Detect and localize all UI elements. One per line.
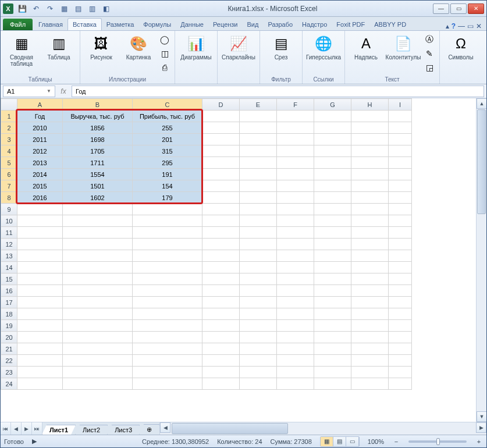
column-header-H[interactable]: H xyxy=(351,99,389,111)
shapes-button[interactable]: ◯ xyxy=(158,33,171,46)
cell-C5[interactable]: 295 xyxy=(133,157,202,169)
cell-E9[interactable] xyxy=(240,204,277,215)
cell-A24[interactable] xyxy=(17,378,63,390)
cell-C13[interactable] xyxy=(133,250,202,262)
cell-H9[interactable] xyxy=(351,204,389,215)
cell-B18[interactable] xyxy=(63,308,133,320)
cell-E21[interactable] xyxy=(240,343,277,355)
cell-E10[interactable] xyxy=(240,215,277,227)
cell-B10[interactable] xyxy=(63,215,133,227)
row-header-11[interactable]: 11 xyxy=(1,227,17,239)
cell-B3[interactable]: 1698 xyxy=(63,134,133,145)
cell-A17[interactable] xyxy=(17,297,63,308)
slicer-button[interactable]: ▤ Срез xyxy=(264,33,298,62)
cell-B20[interactable] xyxy=(63,332,133,343)
cell-E17[interactable] xyxy=(240,297,277,308)
cell-C10[interactable] xyxy=(133,215,202,227)
view-normal-button[interactable]: ▦ xyxy=(321,437,333,446)
cell-I4[interactable] xyxy=(389,145,412,157)
scroll-left-button[interactable]: ◀ xyxy=(160,422,170,433)
cell-E3[interactable] xyxy=(240,134,277,145)
cell-D18[interactable] xyxy=(202,308,240,320)
cell-B11[interactable] xyxy=(63,227,133,239)
help-icon[interactable]: ? xyxy=(452,22,456,30)
row-header-15[interactable]: 15 xyxy=(1,273,17,285)
cell-C20[interactable] xyxy=(133,332,202,343)
cell-F21[interactable] xyxy=(277,343,314,355)
cell-A11[interactable] xyxy=(17,227,63,239)
cell-H4[interactable] xyxy=(351,145,389,157)
row-header-13[interactable]: 13 xyxy=(1,250,17,262)
cell-A15[interactable] xyxy=(17,273,63,285)
cell-H23[interactable] xyxy=(351,367,389,378)
cell-F17[interactable] xyxy=(277,297,314,308)
row-header-5[interactable]: 5 xyxy=(1,157,17,169)
row-header-10[interactable]: 10 xyxy=(1,215,17,227)
cell-A2[interactable]: 2010 xyxy=(17,122,63,134)
cell-B19[interactable] xyxy=(63,320,133,332)
ribbon-tab-вставка[interactable]: Вставка xyxy=(67,18,102,30)
cell-I21[interactable] xyxy=(389,343,412,355)
cell-I16[interactable] xyxy=(389,285,412,297)
save-button[interactable]: 💾 xyxy=(16,3,29,15)
cell-E5[interactable] xyxy=(240,157,277,169)
sheet-tab-Лист3[interactable]: Лист3 xyxy=(107,425,140,435)
cell-D24[interactable] xyxy=(202,378,240,390)
redo-button[interactable]: ↷ xyxy=(44,3,56,15)
cell-A20[interactable] xyxy=(17,332,63,343)
cell-H1[interactable] xyxy=(351,111,389,122)
cell-F11[interactable] xyxy=(277,227,314,239)
cell-B14[interactable] xyxy=(63,262,133,273)
cell-D19[interactable] xyxy=(202,320,240,332)
object-button[interactable]: ◲ xyxy=(423,61,436,74)
cell-H21[interactable] xyxy=(351,343,389,355)
cell-D4[interactable] xyxy=(202,145,240,157)
cell-F20[interactable] xyxy=(277,332,314,343)
cell-E13[interactable] xyxy=(240,250,277,262)
spreadsheet-grid[interactable]: ABCDEFGHI1ГодВыручка, тыс. рубПрибыль, т… xyxy=(1,98,412,390)
zoom-in-button[interactable]: + xyxy=(475,438,483,445)
zoom-out-button[interactable]: − xyxy=(392,438,400,445)
cell-I11[interactable] xyxy=(389,227,412,239)
file-tab[interactable]: Файл xyxy=(3,19,33,30)
cell-I17[interactable] xyxy=(389,297,412,308)
cell-D17[interactable] xyxy=(202,297,240,308)
cell-C9[interactable] xyxy=(133,204,202,215)
cell-C15[interactable] xyxy=(133,273,202,285)
cell-G23[interactable] xyxy=(314,367,351,378)
scroll-up-button[interactable]: ▲ xyxy=(477,98,486,109)
cell-A23[interactable] xyxy=(17,367,63,378)
sheet-nav-prev[interactable]: ◀ xyxy=(11,422,22,435)
cell-G4[interactable] xyxy=(314,145,351,157)
cell-B6[interactable]: 1554 xyxy=(63,169,133,180)
view-page-break-button[interactable]: ▭ xyxy=(346,437,359,446)
qat-btn-1[interactable]: ▦ xyxy=(58,3,70,15)
cell-D16[interactable] xyxy=(202,285,240,297)
cell-D7[interactable] xyxy=(202,180,240,192)
cell-D20[interactable] xyxy=(202,332,240,343)
row-header-23[interactable]: 23 xyxy=(1,367,17,378)
cell-F14[interactable] xyxy=(277,262,314,273)
cell-E4[interactable] xyxy=(240,145,277,157)
row-header-4[interactable]: 4 xyxy=(1,145,17,157)
cell-G9[interactable] xyxy=(314,204,351,215)
cell-I14[interactable] xyxy=(389,262,412,273)
cell-G18[interactable] xyxy=(314,308,351,320)
cell-H12[interactable] xyxy=(351,239,389,250)
ribbon-tab-рецензи[interactable]: Рецензи xyxy=(208,19,243,30)
cell-I3[interactable] xyxy=(389,134,412,145)
ribbon-tab-разрабо[interactable]: Разрабо xyxy=(263,19,297,30)
cell-A3[interactable]: 2011 xyxy=(17,134,63,145)
cell-D22[interactable] xyxy=(202,355,240,367)
row-header-16[interactable]: 16 xyxy=(1,285,17,297)
cell-G5[interactable] xyxy=(314,157,351,169)
cell-H3[interactable] xyxy=(351,134,389,145)
horizontal-scrollbar[interactable]: ◀ ▶ xyxy=(159,422,486,435)
cell-D13[interactable] xyxy=(202,250,240,262)
ribbon-tab-вид[interactable]: Вид xyxy=(243,19,264,30)
textbox-button[interactable]: A Надпись xyxy=(349,33,383,62)
cell-A21[interactable] xyxy=(17,343,63,355)
row-header-9[interactable]: 9 xyxy=(1,204,17,215)
cell-G14[interactable] xyxy=(314,262,351,273)
cell-A6[interactable]: 2014 xyxy=(17,169,63,180)
